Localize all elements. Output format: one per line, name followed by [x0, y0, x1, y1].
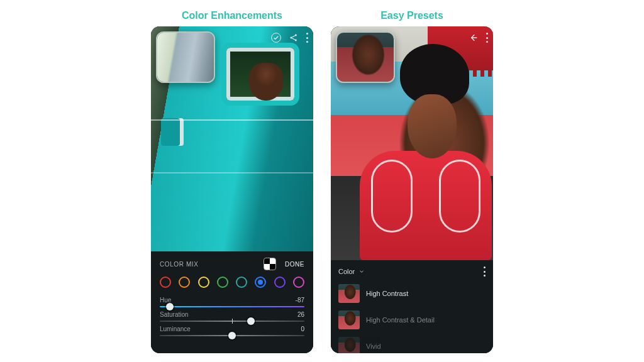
preset-name: High Contrast & Detail [366, 316, 435, 324]
photo-face [408, 94, 457, 158]
center-tick [232, 319, 233, 324]
chevron-down-icon [358, 268, 365, 275]
preset-category-label: Color [338, 268, 355, 275]
slider-thumb-hue[interactable] [166, 303, 174, 310]
phone-easy-presets: Easy Presets Color [331, 3, 493, 353]
svg-point-2 [295, 35, 297, 36]
color-ring-yellow[interactable] [198, 277, 209, 288]
slider-label-saturation: Saturation [160, 311, 189, 318]
done-button[interactable]: DONE [285, 261, 304, 268]
preset-item[interactable]: High Contrast & Detail [337, 307, 487, 333]
before-thumbnail[interactable] [156, 31, 215, 83]
slider-row-saturation: Saturation26 [160, 311, 304, 318]
photo-jacket [360, 151, 492, 260]
photo-dog [249, 63, 283, 101]
preset-name: Vivid [366, 343, 381, 350]
panel-label: COLOR MIX [160, 261, 199, 268]
more-icon[interactable] [486, 33, 488, 43]
before-thumbnail-image [157, 33, 214, 82]
svg-point-1 [291, 37, 292, 39]
slider-track-luminance[interactable] [160, 335, 304, 336]
svg-point-3 [295, 40, 297, 41]
color-ring-red[interactable] [160, 277, 171, 288]
slider-value-saturation: 26 [297, 311, 304, 318]
preset-category-row[interactable]: Color [337, 265, 487, 280]
phone-body: COLOR MIX DONE Hue-87Saturation26Luminan… [151, 26, 313, 353]
color-ring-teal[interactable] [236, 277, 247, 288]
panel-header-row: COLOR MIX DONE [160, 258, 304, 270]
slider-label-luminance: Luminance [160, 326, 191, 332]
color-ring-row [160, 275, 304, 294]
before-thumbnail-image [337, 33, 394, 82]
more-icon[interactable] [306, 33, 308, 43]
editor-topbar [469, 33, 488, 43]
before-thumbnail[interactable] [336, 31, 395, 83]
photo-mirror [161, 118, 180, 146]
back-icon[interactable] [469, 33, 479, 43]
color-ring-green[interactable] [217, 277, 228, 288]
slider-value-hue: -87 [296, 297, 304, 304]
color-ring-purple[interactable] [274, 277, 286, 288]
slider-thumb-luminance[interactable] [228, 332, 236, 339]
editor-topbar [271, 33, 308, 43]
app-promo-stage: Color Enhancements [0, 0, 644, 362]
preset-thumbnail [338, 337, 360, 353]
phone-color-enhancements: Color Enhancements [151, 3, 313, 353]
color-ring-blue[interactable] [255, 277, 266, 288]
preset-item[interactable]: Vivid [337, 333, 487, 353]
color-mix-panel: COLOR MIX DONE Hue-87Saturation26Luminan… [151, 251, 313, 353]
color-ring-orange[interactable] [179, 277, 190, 288]
preset-name: High Contrast [366, 290, 408, 297]
share-icon[interactable] [289, 33, 299, 43]
slider-thumb-saturation[interactable] [247, 317, 255, 325]
color-ring-magenta[interactable] [293, 277, 304, 288]
slider-row-hue: Hue-87 [160, 297, 304, 304]
slider-track-hue[interactable] [160, 306, 304, 307]
slider-track-saturation[interactable] [160, 321, 304, 322]
preset-thumbnail [338, 284, 360, 303]
slider-value-luminance: 0 [301, 326, 304, 332]
photo-seam [151, 119, 313, 121]
svg-point-0 [272, 33, 281, 43]
presets-panel: Color High ContrastHigh Contrast & Detai… [331, 260, 493, 353]
preset-more-icon[interactable] [484, 266, 486, 277]
photo-seam-2 [151, 172, 313, 173]
phone-title: Color Enhancements [151, 3, 313, 26]
confirm-icon[interactable] [271, 33, 281, 43]
phone-title: Easy Presets [331, 3, 493, 26]
target-picker-icon[interactable] [264, 258, 276, 270]
preset-item[interactable]: High Contrast [337, 280, 487, 307]
phone-body: Color High ContrastHigh Contrast & Detai… [331, 26, 493, 353]
preset-thumbnail [338, 310, 360, 329]
